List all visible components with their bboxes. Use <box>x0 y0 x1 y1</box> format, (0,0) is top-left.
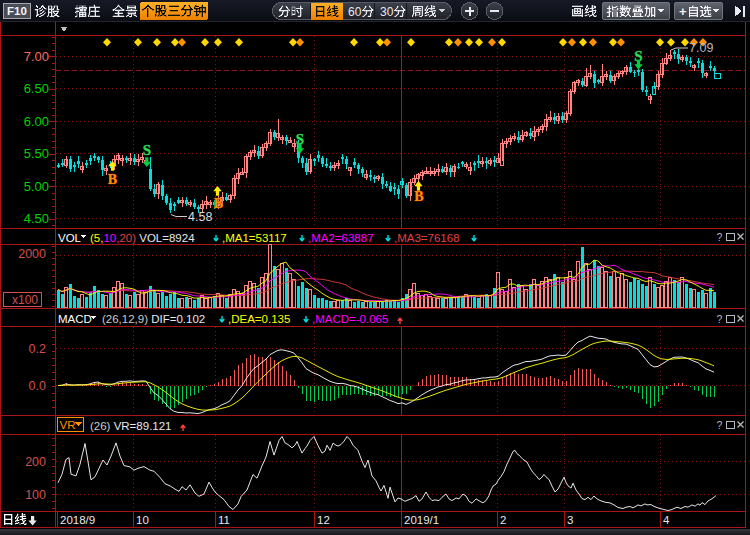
svg-text:7.00: 7.00 <box>24 49 49 64</box>
svg-text:0.2: 0.2 <box>29 342 46 356</box>
svg-text:60: 60 <box>348 5 362 19</box>
svg-text:4.50: 4.50 <box>24 211 49 226</box>
svg-text:2018/9: 2018/9 <box>60 514 95 526</box>
svg-text:2: 2 <box>500 514 506 526</box>
svg-text:6.00: 6.00 <box>24 114 49 129</box>
svg-text:3: 3 <box>567 514 573 526</box>
svg-text:+: + <box>679 4 687 19</box>
svg-text:B: B <box>214 196 223 211</box>
svg-text:?: ? <box>717 419 723 431</box>
svg-text:,MA2=63887: ,MA2=63887 <box>308 232 374 244</box>
svg-text:,DEA=0.135: ,DEA=0.135 <box>228 313 290 325</box>
svg-text:6.50: 6.50 <box>24 81 49 96</box>
svg-text:?: ? <box>717 231 723 243</box>
svg-text:5.00: 5.00 <box>24 179 49 194</box>
svg-text:(5,10,20) VOL=8924: (5,10,20) VOL=8924 <box>90 232 195 244</box>
svg-text:B: B <box>108 172 117 187</box>
svg-text:2000: 2000 <box>18 247 46 261</box>
svg-text:30: 30 <box>380 5 394 19</box>
svg-text:4.58: 4.58 <box>188 210 212 224</box>
svg-text:11: 11 <box>218 514 230 526</box>
svg-text:F10: F10 <box>7 5 27 17</box>
svg-text:,MA1=53117: ,MA1=53117 <box>222 232 287 244</box>
svg-text:(26,12,9) DIF=0.102: (26,12,9) DIF=0.102 <box>102 313 205 325</box>
svg-text:10: 10 <box>136 514 149 526</box>
svg-text:7.09: 7.09 <box>689 41 713 55</box>
svg-text:B: B <box>414 189 423 204</box>
svg-text:5.50: 5.50 <box>24 146 49 161</box>
svg-text:2019/1: 2019/1 <box>404 514 439 526</box>
svg-text:,MA3=76168: ,MA3=76168 <box>394 232 460 244</box>
svg-text:S: S <box>143 142 151 158</box>
svg-text:?: ? <box>717 313 723 325</box>
svg-text:VR: VR <box>60 419 76 431</box>
svg-text:x100: x100 <box>12 293 38 307</box>
svg-text:4: 4 <box>663 514 670 526</box>
svg-text:MACD: MACD <box>58 313 92 325</box>
svg-text:(26) VR=89.121: (26) VR=89.121 <box>90 420 172 432</box>
svg-text:VOL: VOL <box>58 232 82 244</box>
svg-text:200: 200 <box>25 455 46 469</box>
svg-text:,MACD=-0.065: ,MACD=-0.065 <box>312 313 388 325</box>
svg-text:0.0: 0.0 <box>29 379 46 393</box>
svg-text:100: 100 <box>25 488 46 502</box>
svg-text:12: 12 <box>317 514 330 526</box>
